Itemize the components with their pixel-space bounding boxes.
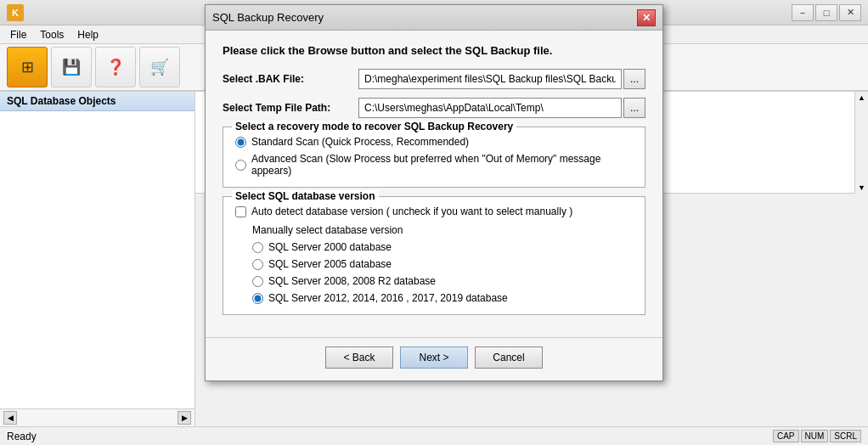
auto-detect-row: Auto detect database version ( uncheck i…: [235, 206, 633, 217]
recovery-group-title: Select a recovery mode to recover SQL Ba…: [232, 121, 516, 132]
temp-file-label: Select Temp File Path:: [223, 102, 358, 114]
bak-input-container: ...: [358, 69, 645, 89]
version-label-1: SQL Server 2005 database: [268, 258, 392, 270]
version-label-2: SQL Server 2008, 2008 R2 database: [268, 275, 436, 287]
dialog-overlay: SQL Backup Recovery ✕ Please click the B…: [0, 0, 868, 445]
version-radio-2[interactable]: [252, 276, 263, 287]
recovery-radio-1[interactable]: [235, 160, 246, 171]
back-button[interactable]: < Back: [325, 346, 393, 369]
recovery-label-1: Advanced Scan (Slow Process but preferre…: [251, 153, 633, 177]
auto-detect-checkbox[interactable]: [235, 206, 246, 217]
recovery-option-1: Advanced Scan (Slow Process but preferre…: [235, 153, 633, 177]
version-option-1: SQL Server 2005 database: [252, 258, 633, 270]
bak-browse-button[interactable]: ...: [623, 69, 645, 89]
dialog-close-button[interactable]: ✕: [637, 9, 656, 26]
version-group: Select SQL database version Auto detect …: [223, 196, 645, 315]
next-button[interactable]: Next >: [400, 346, 468, 369]
recovery-option-0: Standard Scan (Quick Process, Recommende…: [235, 136, 633, 148]
manual-label: Manually select database version: [252, 224, 633, 236]
auto-detect-label: Auto detect database version ( uncheck i…: [251, 206, 572, 217]
version-group-title: Select SQL database version: [232, 190, 379, 202]
dialog: SQL Backup Recovery ✕ Please click the B…: [205, 4, 663, 381]
dialog-instruction: Please click the Browse button and selec…: [223, 44, 645, 57]
version-radio-3[interactable]: [252, 293, 263, 304]
temp-file-input[interactable]: [358, 98, 622, 118]
version-option-2: SQL Server 2008, 2008 R2 database: [252, 275, 633, 287]
manual-section: Manually select database version SQL Ser…: [235, 224, 633, 304]
version-radio-1[interactable]: [252, 259, 263, 270]
version-option-3: SQL Server 2012, 2014, 2016 , 2017, 2019…: [252, 292, 633, 304]
dialog-title-bar: SQL Backup Recovery ✕: [206, 5, 662, 31]
recovery-radio-0[interactable]: [235, 137, 246, 148]
recovery-group: Select a recovery mode to recover SQL Ba…: [223, 127, 645, 188]
version-label-0: SQL Server 2000 database: [268, 241, 392, 253]
version-radio-0[interactable]: [252, 242, 263, 253]
bak-file-row: Select .BAK File: ...: [223, 69, 645, 89]
temp-input-container: ...: [358, 98, 645, 118]
bak-file-label: Select .BAK File:: [223, 73, 358, 85]
version-label-3: SQL Server 2012, 2014, 2016 , 2017, 2019…: [268, 292, 508, 304]
temp-file-row: Select Temp File Path: ...: [223, 98, 645, 118]
dialog-body: Please click the Browse button and selec…: [206, 31, 662, 337]
dialog-footer: < Back Next > Cancel: [206, 337, 662, 380]
recovery-label-0: Standard Scan (Quick Process, Recommende…: [251, 136, 469, 148]
main-window: K − □ ✕ File Tools Help ⊞ 💾 ❓ 🛒 SQL Data…: [0, 0, 868, 445]
temp-browse-button[interactable]: ...: [623, 98, 645, 118]
dialog-title: SQL Backup Recovery: [212, 11, 324, 24]
bak-file-input[interactable]: [358, 69, 622, 89]
version-option-0: SQL Server 2000 database: [252, 241, 633, 253]
cancel-button[interactable]: Cancel: [475, 346, 543, 369]
